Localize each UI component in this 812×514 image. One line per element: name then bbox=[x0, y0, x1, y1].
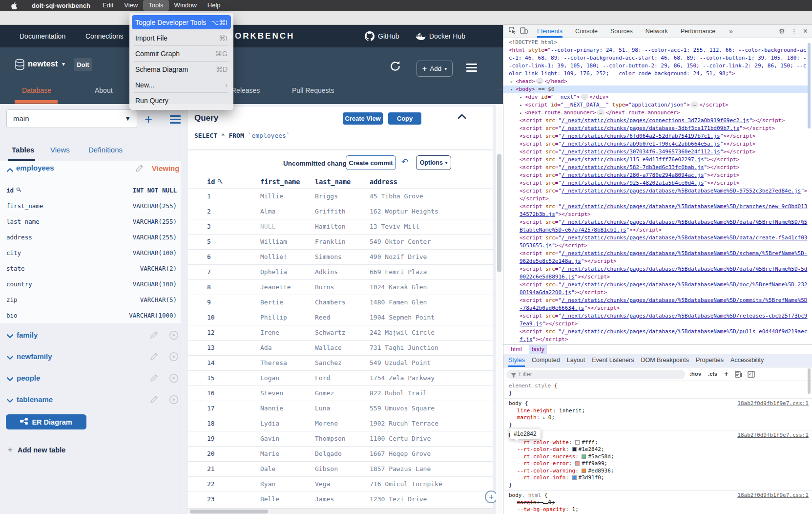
cell-address[interactable]: 716 Omicul Turnpike bbox=[370, 480, 442, 488]
add-button[interactable]: +Add▾ bbox=[416, 61, 453, 77]
options-button[interactable]: Options▾ bbox=[416, 155, 451, 170]
cell-address[interactable]: 669 Femri Plaza bbox=[370, 268, 427, 276]
devtools-tab-console[interactable]: Console bbox=[575, 25, 598, 38]
color-swatch[interactable] bbox=[582, 469, 586, 473]
collapse-query-icon[interactable] bbox=[457, 111, 467, 124]
cell-id[interactable]: 5 bbox=[207, 238, 211, 245]
cell-address[interactable]: 822 Rubol Trail bbox=[370, 389, 427, 397]
devtools-settings-icon[interactable]: ⚙ bbox=[779, 27, 785, 35]
devtools-tab-sources[interactable]: Sources bbox=[610, 25, 633, 38]
cell-last_name[interactable]: Thompson bbox=[315, 435, 346, 442]
cell-first_name[interactable]: Millie bbox=[260, 193, 283, 200]
css-source-link[interactable]: 18ab2f0d9fb1f9e7.css:1 bbox=[737, 400, 809, 407]
cell-last_name[interactable]: Gomez bbox=[315, 389, 334, 397]
edit-table-icon[interactable] bbox=[149, 352, 159, 363]
script-element-line[interactable]: <script src="/_next/static/chunks/pages/… bbox=[503, 250, 808, 265]
more-tabs-icon[interactable]: » bbox=[729, 27, 733, 35]
styles-tab-event-listeners[interactable]: Event Listeners bbox=[592, 354, 634, 367]
cell-id[interactable]: 12 bbox=[207, 329, 215, 336]
cell-last_name[interactable]: Simmons bbox=[315, 253, 342, 260]
table-row[interactable]: 1MillieBriggs45 Tibha Grove bbox=[188, 189, 493, 204]
cell-address[interactable]: 1100 Certu Drive bbox=[370, 435, 431, 442]
css-property-line[interactable]: --rt-color-info: #3d91f0; bbox=[509, 474, 807, 482]
cell-last_name[interactable]: Wallace bbox=[315, 344, 342, 351]
cell-address[interactable]: 1667 Hegep Grove bbox=[370, 450, 431, 457]
color-swatch[interactable] bbox=[575, 461, 580, 466]
nav-github[interactable]: GitHub bbox=[378, 32, 399, 40]
horizontal-scrollbar[interactable] bbox=[188, 508, 493, 514]
child-element-line[interactable]: ▸<div id="__next">…</div> bbox=[503, 93, 808, 101]
cell-first_name[interactable]: Mollie! bbox=[260, 253, 287, 260]
css-source-link[interactable]: 18ab2f0d9fb1f9e7.css:1 bbox=[737, 492, 809, 499]
table-row[interactable]: 18LydiaMoreno1902 Rucuh Terrace bbox=[188, 416, 493, 431]
header-tab-database[interactable]: Database bbox=[22, 86, 51, 94]
branch-select[interactable]: main▼ bbox=[6, 109, 137, 128]
elements-scrollbar-thumb[interactable] bbox=[808, 43, 811, 128]
script-element-line[interactable]: <script src="/_next/static/chunks/925-48… bbox=[503, 179, 808, 187]
cell-last_name[interactable]: Luna bbox=[315, 405, 330, 412]
database-name[interactable]: newtest bbox=[28, 59, 58, 68]
new-branch-button[interactable]: + bbox=[145, 112, 152, 127]
menubar-app-name[interactable]: dolt-sql-workbench bbox=[25, 2, 97, 9]
cell-id[interactable]: 13 bbox=[207, 344, 215, 351]
color-swatch[interactable] bbox=[582, 454, 586, 459]
styles-scrollbar-thumb[interactable] bbox=[808, 368, 811, 394]
cell-id[interactable]: 10 bbox=[207, 314, 215, 321]
format-styles-icon[interactable] bbox=[735, 371, 742, 380]
menu-item-commit-graph[interactable]: Commit Graph⌘G bbox=[129, 46, 233, 61]
body-element-line[interactable]: ⋯▾<body> == $0 bbox=[503, 86, 808, 93]
er-diagram-button[interactable]: ER Diagram bbox=[6, 414, 86, 429]
cell-address[interactable]: 549 Uzudal Point bbox=[370, 359, 431, 366]
cell-address[interactable]: 1480 Famen Glen bbox=[370, 299, 427, 306]
menubar-item-window[interactable]: Window bbox=[169, 0, 202, 11]
table-row[interactable]: 21DaleGibson1857 Pawzus Lane bbox=[188, 462, 493, 477]
script-element-line[interactable]: <script src="/_next/static/chunks/pages/… bbox=[503, 234, 808, 250]
table-row[interactable]: 13AdaWallace731 Taghi Junction bbox=[188, 341, 493, 356]
script-element-line[interactable]: <script src="/_next/static/chunks/6fd064… bbox=[503, 132, 808, 140]
cell-last_name[interactable]: Hamilton bbox=[315, 223, 346, 230]
devtools-close-icon[interactable]: × bbox=[803, 27, 808, 36]
css-property-line[interactable]: --rt-color-dark: #1e2842; bbox=[509, 446, 807, 453]
sidebar-tab-tables[interactable]: Tables bbox=[12, 146, 34, 154]
table-row[interactable]: 22RyanVega716 Omicul Turnpike bbox=[188, 477, 493, 492]
cell-address[interactable]: 1754 Zela Parkway bbox=[370, 374, 435, 382]
dolt-badge[interactable]: Dolt bbox=[74, 58, 92, 71]
breadcrumb-body[interactable]: body bbox=[529, 345, 547, 354]
script-element-line[interactable]: <script src="/_next/static/chunks/115-e9… bbox=[503, 156, 808, 164]
add-table-plus-icon[interactable]: + bbox=[7, 445, 13, 455]
menu-item-schema-diagram[interactable]: Schema Diagram⌘D bbox=[129, 62, 233, 76]
cell-last_name[interactable]: Adkins bbox=[315, 268, 338, 276]
cell-last_name[interactable]: James bbox=[315, 495, 334, 503]
cell-first_name[interactable]: Jeanette bbox=[260, 283, 291, 291]
cell-address[interactable]: 1902 Rucuh Terrace bbox=[370, 420, 438, 427]
styles-tab-computed[interactable]: Computed bbox=[532, 354, 560, 367]
cell-first_name[interactable]: Steven bbox=[260, 389, 283, 397]
child-element-line[interactable]: ▸<script id="__NEXT_DATA__" type="applic… bbox=[503, 101, 808, 109]
create-commit-button[interactable]: Create commit bbox=[346, 155, 396, 170]
table-list-item[interactable]: newfamily bbox=[0, 346, 181, 367]
computed-sidebar-icon[interactable] bbox=[748, 371, 755, 380]
apple-icon[interactable] bbox=[11, 2, 17, 9]
cell-id[interactable]: 19 bbox=[207, 435, 215, 442]
nav-connections[interactable]: Connections bbox=[85, 32, 124, 40]
cell-first_name[interactable]: Belle bbox=[260, 495, 279, 503]
color-swatch[interactable] bbox=[572, 447, 577, 451]
menu-item-run-query[interactable]: Run Query bbox=[129, 93, 233, 107]
cell-first_name[interactable]: Nannie bbox=[260, 405, 283, 412]
cell-last_name[interactable]: Schwartz bbox=[315, 329, 346, 336]
color-swatch[interactable] bbox=[575, 440, 580, 445]
create-view-button[interactable]: Create View bbox=[343, 112, 383, 125]
new-style-rule-button[interactable]: + bbox=[724, 369, 729, 378]
results-header-first_name[interactable]: first_name bbox=[260, 178, 300, 186]
cell-last_name[interactable]: Ford bbox=[315, 374, 330, 382]
cell-last_name[interactable]: Griffith bbox=[315, 208, 346, 215]
table-row[interactable]: 14TheresaSanchez549 Uzudal Point bbox=[188, 356, 493, 371]
branch-list-icon[interactable] bbox=[170, 115, 181, 124]
cell-address[interactable]: 45 Tibha Grove bbox=[370, 193, 423, 200]
database-caret-icon[interactable]: ▾ bbox=[62, 61, 65, 67]
script-element-line[interactable]: <script src="/_next/static/chunks/pages/… bbox=[503, 117, 808, 125]
cell-first_name[interactable]: Ryan bbox=[260, 480, 275, 488]
table-row[interactable]: 10PhillipReed1904 Sepmeh Point bbox=[188, 310, 493, 325]
cell-id[interactable]: 7 bbox=[207, 268, 211, 276]
cell-id[interactable]: 21 bbox=[207, 465, 215, 472]
